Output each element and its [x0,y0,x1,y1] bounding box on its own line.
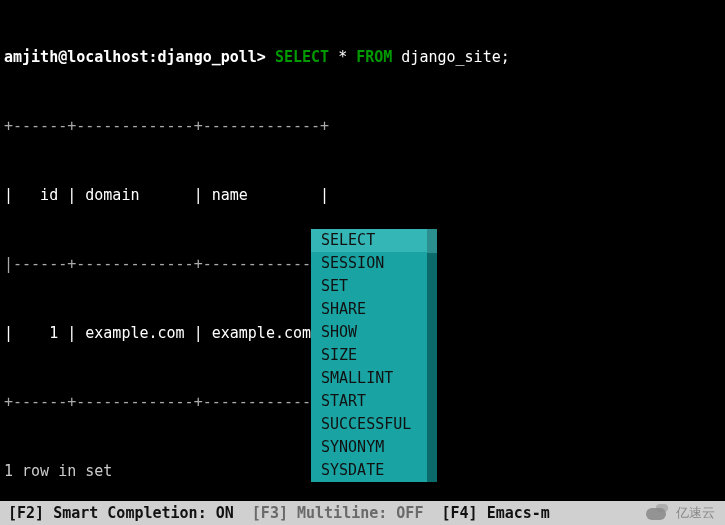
autocomplete-scrollbar[interactable] [427,229,437,482]
f2-state: ON [216,502,234,525]
autocomplete-item[interactable]: SMALLINT [311,367,427,390]
f3-state: OFF [396,502,423,525]
f4-label: Emacs-m [478,502,550,525]
f4-key[interactable]: [F4] [442,502,478,525]
autocomplete-item[interactable]: SYSDATE [311,459,427,482]
autocomplete-item[interactable]: SUCCESSFUL [311,413,427,436]
autocomplete-popup[interactable]: SELECTSESSIONSETSHARESHOWSIZESMALLINTSTA… [311,229,437,482]
autocomplete-item[interactable]: SET [311,275,427,298]
autocomplete-list[interactable]: SELECTSESSIONSETSHARESHOWSIZESMALLINTSTA… [311,229,427,482]
f2-label: Smart Completion: [44,502,216,525]
autocomplete-item[interactable]: SESSION [311,252,427,275]
f2-key[interactable]: [F2] [8,502,44,525]
kw-select: SELECT [275,48,329,66]
table-border-top: +------+-------------+-------------+ [4,115,721,138]
prompt: amjith@localhost:django_poll> [4,48,266,66]
autocomplete-item[interactable]: SHARE [311,298,427,321]
autocomplete-item[interactable]: SIZE [311,344,427,367]
kw-from: FROM [356,48,392,66]
autocomplete-item[interactable]: SHOW [311,321,427,344]
query-line: amjith@localhost:django_poll> SELECT * F… [4,46,721,69]
status-bar: [F2] Smart Completion: ON [F3] Multiline… [0,501,725,525]
table-header: | id | domain | name | [4,184,721,207]
autocomplete-item[interactable]: SELECT [311,229,427,252]
watermark-text: 亿速云 [676,501,715,524]
scrollbar-thumb[interactable] [427,229,437,253]
autocomplete-item[interactable]: START [311,390,427,413]
autocomplete-item[interactable]: SYNONYM [311,436,427,459]
table-ident: django_site; [392,48,509,66]
watermark: 亿速云 [644,501,715,524]
f3-label: Multiline: [288,502,396,525]
f3-key[interactable]: [F3] [252,502,288,525]
cloud-icon [644,504,670,521]
